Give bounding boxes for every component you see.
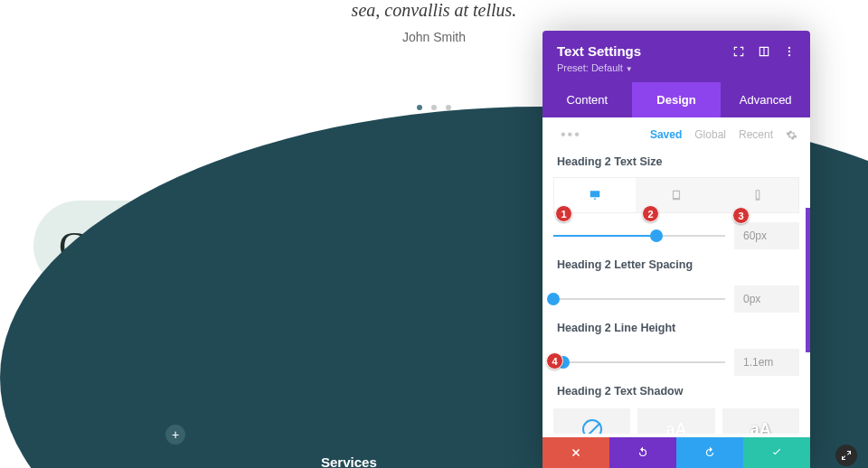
tab-design[interactable]: Design bbox=[632, 82, 722, 117]
shadow-option-1[interactable]: aA bbox=[637, 408, 714, 434]
testimonial-quote: sea, convallis at tellus. bbox=[0, 0, 868, 21]
carousel-dot[interactable] bbox=[417, 105, 422, 110]
annotation-marker: 4 bbox=[546, 352, 563, 370]
focus-icon[interactable] bbox=[732, 45, 745, 58]
carousel-dot[interactable] bbox=[431, 105, 437, 110]
layout-icon[interactable] bbox=[758, 45, 770, 58]
preset-dropdown[interactable]: Preset: Default ▼ bbox=[557, 62, 796, 73]
add-section-button[interactable]: + bbox=[165, 425, 185, 445]
undo-button[interactable] bbox=[609, 437, 676, 468]
expand-fullscreen-button[interactable] bbox=[835, 445, 857, 466]
label-text-size: Heading 2 Text Size bbox=[542, 150, 810, 173]
preset-filter-row: ••• Saved Global Recent bbox=[542, 117, 810, 150]
panel-tabs: Content Design Advanced bbox=[542, 82, 810, 117]
panel-body: ••• Saved Global Recent Heading 2 Text S… bbox=[542, 117, 810, 434]
panel-actions bbox=[542, 437, 810, 468]
save-button[interactable] bbox=[743, 437, 810, 468]
cancel-button[interactable] bbox=[542, 437, 609, 468]
more-vertical-icon[interactable] bbox=[783, 45, 796, 58]
svg-point-0 bbox=[788, 46, 790, 48]
text-shadow-options: aA aA bbox=[542, 403, 810, 434]
value-line-height[interactable]: 1.1em bbox=[734, 349, 799, 376]
filter-recent[interactable]: Recent bbox=[739, 128, 773, 141]
slider-text-size[interactable] bbox=[553, 227, 725, 245]
shadow-none[interactable] bbox=[553, 408, 630, 434]
text-settings-panel: Text Settings Preset: Default ▼ Content … bbox=[542, 31, 810, 468]
label-text-shadow: Heading 2 Text Shadow bbox=[542, 379, 810, 403]
panel-header: Text Settings Preset: Default ▼ bbox=[542, 31, 810, 82]
more-horizontal-icon[interactable]: ••• bbox=[561, 126, 581, 143]
slider-line-height[interactable] bbox=[553, 353, 725, 371]
carousel-dot[interactable] bbox=[446, 105, 451, 110]
label-line-height: Heading 2 Line Height bbox=[542, 316, 810, 340]
annotation-marker: 2 bbox=[642, 205, 659, 222]
gear-icon[interactable] bbox=[786, 129, 797, 141]
value-text-size[interactable]: 60px bbox=[734, 222, 799, 249]
device-phone[interactable] bbox=[717, 178, 798, 212]
filter-global[interactable]: Global bbox=[694, 128, 726, 141]
footer-col-services: Services bbox=[321, 454, 377, 468]
none-icon bbox=[582, 419, 602, 434]
shadow-option-2[interactable]: aA bbox=[722, 408, 799, 434]
panel-title: Text Settings bbox=[557, 43, 641, 59]
svg-point-1 bbox=[788, 50, 790, 51]
filter-saved[interactable]: Saved bbox=[650, 128, 682, 141]
svg-point-2 bbox=[788, 53, 790, 55]
tab-advanced[interactable]: Advanced bbox=[721, 82, 810, 117]
value-letter-spacing[interactable]: 0px bbox=[734, 285, 799, 313]
tab-content[interactable]: Content bbox=[542, 82, 632, 117]
aA-icon: aA bbox=[750, 420, 771, 435]
annotation-marker: 3 bbox=[732, 207, 750, 224]
scrollbar[interactable] bbox=[806, 208, 810, 352]
responsive-device-row bbox=[553, 177, 799, 213]
aA-icon: aA bbox=[665, 420, 686, 435]
redo-button[interactable] bbox=[676, 437, 743, 468]
label-letter-spacing: Heading 2 Letter Spacing bbox=[542, 253, 810, 276]
slider-letter-spacing[interactable] bbox=[553, 290, 725, 308]
annotation-marker: 1 bbox=[555, 205, 572, 222]
